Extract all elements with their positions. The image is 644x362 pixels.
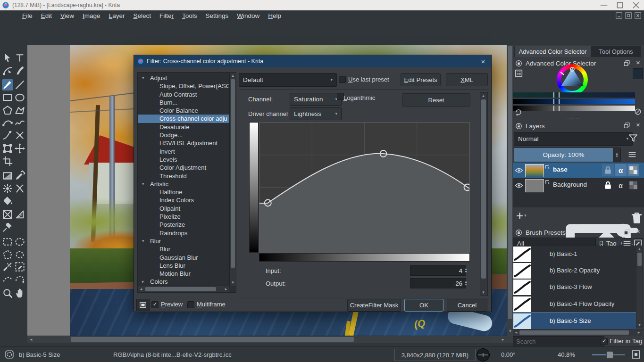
delete-layer-button[interactable] (629, 211, 644, 225)
scroll-down-icon[interactable]: ▾ (230, 280, 236, 286)
tree-vscroll-thumb[interactable] (231, 79, 235, 268)
tree-item[interactable]: Auto Contrast (138, 90, 229, 99)
channel-dropdown[interactable]: Saturation ▾ (290, 93, 342, 106)
tool-calligraphy[interactable] (14, 65, 25, 76)
brush-preset-item[interactable]: b) Basic-4 Flow Opacity (513, 296, 643, 313)
layer-alpha-icon[interactable]: α (615, 179, 627, 191)
tree-collapsed-icon[interactable]: ▸ (142, 278, 144, 286)
menu-window[interactable]: Window (233, 11, 264, 20)
brush-vscroll-thumb[interactable] (637, 253, 642, 266)
preset-dropdown[interactable]: Default ▾ (239, 73, 337, 87)
canvas-rotation-wheel[interactable] (477, 348, 490, 362)
tree-item[interactable]: Threshold (138, 172, 229, 180)
scroll-left-icon[interactable]: ◂ (28, 337, 34, 343)
dialog-vscrollbar[interactable]: ▴ ▾ (480, 92, 488, 296)
tree-item[interactable]: Levels (138, 156, 229, 164)
create-filter-mask-button[interactable]: Create Filter Mask (347, 299, 401, 312)
tree-category[interactable]: ▾Artistic (138, 180, 229, 188)
scroll-up-icon[interactable]: ▴ (480, 93, 486, 99)
tree-item[interactable]: Dodge... (138, 131, 229, 139)
menu-select[interactable]: Select (129, 11, 155, 20)
logarithmic-label[interactable]: Logarithmic (343, 94, 375, 101)
menu-view[interactable]: View (56, 11, 78, 20)
tool-fill[interactable] (2, 195, 13, 206)
tool-multibrush[interactable] (14, 130, 25, 141)
tree-item[interactable]: Desaturate (138, 123, 229, 131)
layer-lock-icon[interactable] (602, 164, 614, 176)
window-close-button[interactable] (628, 0, 644, 10)
tool-rectangle[interactable] (2, 92, 13, 103)
zoom-slider-handle[interactable] (606, 351, 613, 359)
brush-preset-item-selected[interactable]: b) Basic-5 Size (513, 313, 643, 329)
tool-move[interactable] (14, 143, 25, 154)
input-spinner[interactable]: ▴▾ (463, 265, 469, 276)
menu-layer[interactable]: Layer (105, 11, 129, 20)
tool-contiguous-select[interactable] (14, 261, 25, 272)
ok-button[interactable]: OK (404, 299, 443, 312)
tool-polyline[interactable] (14, 105, 25, 116)
refresh-colors-icon[interactable] (514, 108, 523, 116)
close-docker-icon[interactable]: × (634, 59, 642, 66)
curve-plot[interactable] (259, 123, 469, 252)
tool-ellipse[interactable] (14, 92, 25, 103)
float-docker-icon[interactable] (623, 59, 631, 67)
visibility-eye-icon[interactable] (514, 181, 524, 190)
tool-freehand-path[interactable] (14, 117, 25, 128)
multiframe-checkbox[interactable] (187, 301, 194, 308)
tool-polygon-select[interactable] (2, 249, 13, 260)
cancel-button[interactable]: Cancel (447, 299, 487, 312)
filter-category-tree[interactable]: ▾AdjustSlope, Offset, Power(ASCAuto Cont… (137, 72, 236, 293)
tool-polygon[interactable] (2, 105, 13, 116)
canvas-hscrollbar[interactable]: ◂ ▸ (27, 336, 507, 343)
tool-bezier-curve[interactable] (2, 117, 13, 128)
layer-thumbnail[interactable] (525, 164, 544, 177)
scroll-left-icon[interactable]: ◂ (513, 329, 519, 336)
window-minimize-button[interactable] (596, 0, 612, 10)
use-last-preset-checkbox[interactable] (339, 76, 346, 83)
tool-dynamic-brush[interactable] (2, 130, 13, 141)
brush-preset-list[interactable]: b) Basic-1b) Basic-2 Opacityb) Basic-3 F… (513, 246, 643, 329)
preview-checkbox[interactable]: ✓ (151, 301, 159, 308)
vscroll-thumb[interactable] (508, 46, 512, 319)
tool-pattern-edit[interactable] (2, 183, 13, 194)
tree-category[interactable]: ▸Colors (138, 278, 229, 286)
tab-advanced-color-selector[interactable]: Advanced Color Selector (514, 46, 591, 57)
tool-zoom[interactable] (2, 288, 13, 299)
menu-help[interactable]: Help (264, 11, 285, 20)
dialog-vscroll-thumb[interactable] (481, 99, 486, 279)
add-layer-button[interactable]: + ▾ (516, 210, 527, 221)
tree-item[interactable]: Raindrops (138, 229, 229, 237)
brush-preset-item[interactable]: b) Basic-2 Opacity (513, 263, 643, 279)
layer-alpha-icon[interactable]: α (615, 164, 627, 176)
mdi-minimize-button[interactable] (615, 12, 623, 19)
tree-item[interactable]: Color Adjustment (138, 164, 229, 172)
layer-filter-funnel-icon[interactable] (628, 133, 638, 143)
layer-opacity-slider[interactable]: Opacity: 100% ▴▾ (514, 148, 621, 162)
tool-rect-select[interactable] (2, 236, 13, 247)
tool-smart-patch[interactable] (14, 183, 25, 194)
tree-hscroll-thumb[interactable] (145, 287, 216, 291)
color-slider-lightness[interactable] (513, 106, 635, 111)
preview-label[interactable]: Preview (161, 301, 183, 308)
tree-item[interactable]: Slope, Offset, Power(ASC (138, 82, 229, 90)
multiframe-label[interactable]: Multiframe (197, 301, 226, 308)
brush-hscroll-thumb[interactable] (519, 330, 629, 335)
color-slider-saturation[interactable] (513, 99, 635, 104)
tool-similar-select[interactable] (2, 261, 13, 272)
tree-item[interactable]: Posterize (138, 221, 229, 229)
menu-edit[interactable]: Edit (37, 11, 56, 20)
acs-settings-button[interactable] (514, 69, 523, 78)
edit-presets-button[interactable]: Edit Presets (401, 73, 441, 86)
output-spinner[interactable]: ▴▾ (463, 278, 469, 288)
scroll-down-icon[interactable]: ▾ (480, 289, 486, 296)
menu-tools[interactable]: Tools (178, 11, 201, 20)
tree-category[interactable]: ▾Blur (138, 237, 229, 245)
docker-splitter[interactable]: ······ (566, 116, 580, 121)
layer-lock-icon[interactable] (602, 179, 614, 191)
color-wheel[interactable] (557, 64, 588, 95)
layer-opacity-spinner[interactable]: ▴▾ (613, 148, 620, 162)
docker-splitter[interactable]: ······ (566, 222, 580, 226)
layer-thumbnail[interactable] (525, 179, 544, 192)
scroll-down-icon[interactable]: ▾ (636, 322, 643, 328)
tree-expanded-icon[interactable]: ▾ (142, 237, 144, 245)
